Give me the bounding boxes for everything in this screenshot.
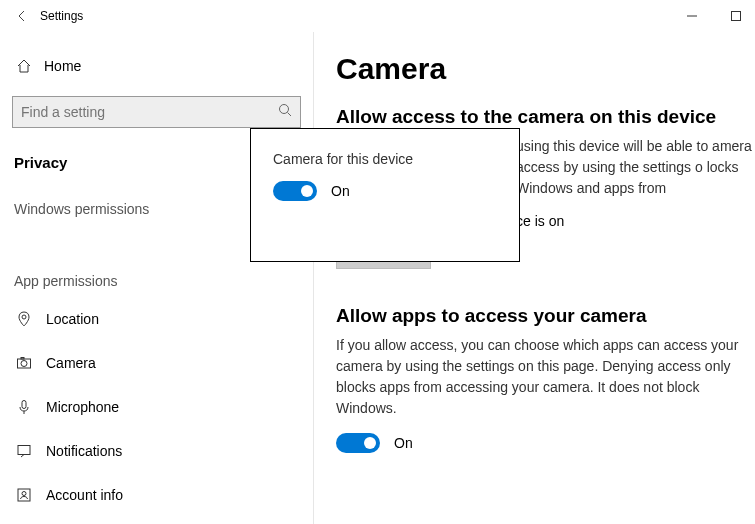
svg-rect-7 [21, 358, 24, 360]
search-input[interactable] [21, 104, 278, 120]
apps-access-toggle-label: On [394, 435, 413, 451]
notifications-icon [14, 443, 34, 459]
nav-item-account-info[interactable]: Account info [0, 473, 313, 517]
home-icon [14, 58, 34, 74]
svg-point-11 [22, 492, 26, 496]
search-input-container[interactable] [12, 96, 301, 128]
svg-rect-8 [22, 401, 26, 409]
device-camera-toggle-label: On [331, 183, 350, 199]
section1-title: Allow access to the camera on this devic… [336, 106, 755, 128]
content-pane: Camera Allow access to the camera on thi… [314, 32, 755, 524]
search-icon [278, 103, 292, 121]
minimize-button[interactable] [677, 4, 707, 28]
nav-item-microphone[interactable]: Microphone [0, 385, 313, 429]
section2-title: Allow apps to access your camera [336, 305, 755, 327]
location-icon [14, 311, 34, 327]
nav-item-label: Camera [46, 355, 96, 371]
popup-title: Camera for this device [273, 151, 497, 167]
apps-access-toggle[interactable] [336, 433, 380, 453]
camera-device-popup: Camera for this device On [250, 128, 520, 262]
window-title: Settings [40, 9, 83, 23]
account-icon [14, 487, 34, 503]
svg-rect-9 [18, 446, 30, 455]
nav-item-notifications[interactable]: Notifications [0, 429, 313, 473]
nav-item-label: Microphone [46, 399, 119, 415]
nav-item-label: Location [46, 311, 99, 327]
svg-line-3 [288, 113, 292, 117]
microphone-icon [14, 399, 34, 415]
page-title: Camera [336, 52, 755, 86]
svg-point-6 [21, 361, 27, 367]
nav-item-location[interactable]: Location [0, 297, 313, 341]
maximize-button[interactable] [721, 4, 751, 28]
nav-home[interactable]: Home [0, 46, 313, 86]
nav-home-label: Home [44, 58, 81, 74]
section2-body: If you allow access, you can choose whic… [336, 335, 755, 419]
camera-icon [14, 355, 34, 371]
back-button[interactable] [8, 2, 36, 30]
svg-rect-1 [732, 12, 741, 21]
device-camera-toggle[interactable] [273, 181, 317, 201]
nav-item-camera[interactable]: Camera [0, 341, 313, 385]
nav-item-label: Account info [46, 487, 123, 503]
sidebar: Home Privacy Windows permissions App per… [0, 32, 314, 524]
sidebar-group-app-permissions[interactable]: App permissions [0, 265, 313, 297]
nav-item-label: Notifications [46, 443, 122, 459]
svg-point-4 [22, 315, 26, 319]
svg-point-2 [280, 105, 289, 114]
